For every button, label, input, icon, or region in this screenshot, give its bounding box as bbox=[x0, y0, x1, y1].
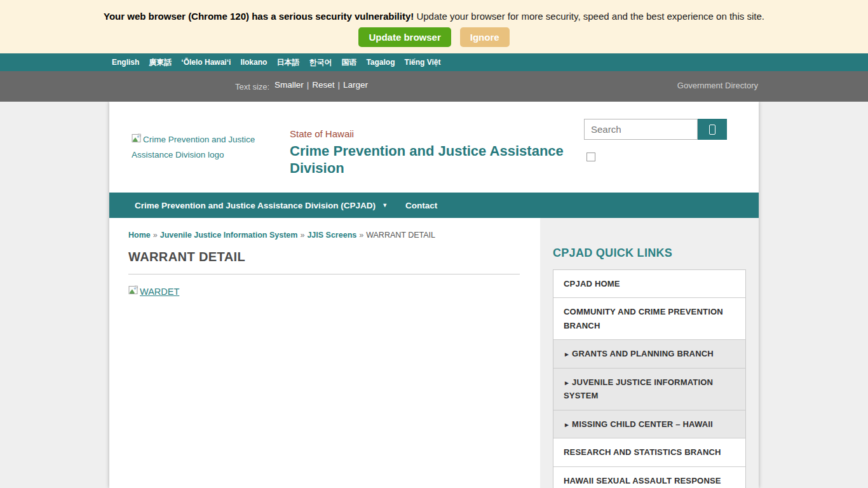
quick-link-label: MISSING CHILD CENTER – HAWAII bbox=[572, 419, 713, 429]
main-navigation: Crime Prevention and Justice Assistance … bbox=[109, 193, 759, 218]
quick-link-grants-planning[interactable]: ►GRANTS AND PLANNING BRANCH bbox=[553, 339, 745, 367]
language-link-hawaiian[interactable]: ʻŌlelo Hawaiʻi bbox=[181, 58, 231, 67]
language-link-japanese[interactable]: 日本語 bbox=[276, 57, 299, 68]
chevron-down-icon: ▼ bbox=[382, 202, 388, 208]
text-size-label: Text size: bbox=[235, 82, 269, 92]
quick-link-label: COMMUNITY AND CRIME PREVENTION BRANCH bbox=[564, 307, 723, 330]
submenu-arrow-icon: ► bbox=[564, 351, 570, 358]
nav-item-contact[interactable]: Contact bbox=[405, 201, 437, 210]
breadcrumb-separator: » bbox=[300, 231, 304, 240]
broken-image-icon bbox=[132, 133, 142, 148]
content-container: Crime Prevention and Justice Assistance … bbox=[109, 102, 759, 488]
sidebar: CPJAD QUICK LINKS CPJAD HOME COMMUNITY A… bbox=[540, 218, 759, 488]
breadcrumb-separator: » bbox=[153, 231, 158, 240]
breadcrumb-jjis-screens-link[interactable]: JJIS Screens bbox=[307, 231, 356, 240]
language-link-mandarin[interactable]: 国语 bbox=[341, 57, 356, 68]
language-link-vietnamese[interactable]: Tiếng Việt bbox=[405, 58, 441, 67]
wardet-broken-image-link[interactable]: WARDET bbox=[128, 285, 179, 297]
state-pretitle: State of Hawaii bbox=[290, 128, 573, 139]
language-link-english[interactable]: English bbox=[112, 58, 139, 67]
ignore-button[interactable]: Ignore bbox=[460, 27, 510, 47]
alert-message-rest: Update your browser for more security, s… bbox=[414, 11, 764, 22]
quick-link-label: CPJAD HOME bbox=[564, 279, 620, 288]
main-content: Home»Juvenile Justice Information System… bbox=[109, 218, 540, 488]
text-size-smaller-link[interactable]: Smaller bbox=[275, 80, 304, 90]
utility-bar: Text size: Smaller|Reset|Larger Governme… bbox=[0, 71, 868, 102]
page-background: Crime Prevention and Justice Assistance … bbox=[0, 102, 868, 488]
site-header: Crime Prevention and Justice Assistance … bbox=[109, 102, 759, 193]
quick-link-hsart-program[interactable]: HAWAII SEXUAL ASSAULT RESPONSE AND TRAIN… bbox=[553, 466, 745, 488]
language-link-tagalog[interactable]: Tagalog bbox=[366, 58, 395, 67]
quick-link-label: HAWAII SEXUAL ASSAULT RESPONSE AND TRAIN… bbox=[564, 476, 721, 488]
site-logo-broken-image-link[interactable]: Crime Prevention and Justice Assistance … bbox=[132, 133, 270, 162]
broken-image-icon bbox=[128, 285, 139, 297]
search-button[interactable] bbox=[698, 119, 727, 140]
submenu-arrow-icon: ► bbox=[564, 421, 570, 428]
quick-links-list: CPJAD HOME COMMUNITY AND CRIME PREVENTIO… bbox=[553, 269, 746, 488]
quick-link-label: JUVENILE JUSTICE INFORMATION SYSTEM bbox=[564, 377, 713, 400]
browser-alert-banner: Your web browser (Chrome 120) has a seri… bbox=[0, 0, 868, 53]
language-link-korean[interactable]: 한국어 bbox=[309, 57, 332, 68]
breadcrumb: Home»Juvenile Justice Information System… bbox=[128, 231, 520, 240]
title-divider bbox=[128, 274, 520, 274]
logo-alt-text: Crime Prevention and Justice Assistance … bbox=[132, 135, 255, 159]
search-bar bbox=[584, 119, 727, 140]
breadcrumb-home-link[interactable]: Home bbox=[128, 231, 151, 240]
breadcrumb-current: WARRANT DETAIL bbox=[366, 231, 435, 240]
text-size-larger-link[interactable]: Larger bbox=[343, 80, 368, 90]
site-title-link[interactable]: Crime Prevention and Justice Assistance … bbox=[290, 142, 573, 177]
breadcrumb-jjis-link[interactable]: Juvenile Justice Information System bbox=[160, 231, 298, 240]
text-size-separator: | bbox=[307, 80, 309, 90]
search-input[interactable] bbox=[584, 119, 698, 140]
text-size-controls: Smaller|Reset|Larger bbox=[275, 80, 368, 90]
alert-message-bold: Your web browser (Chrome 120) has a seri… bbox=[104, 11, 414, 22]
quick-link-research-statistics[interactable]: RESEARCH AND STATISTICS BRANCH bbox=[553, 438, 745, 466]
nav-item-cpjad[interactable]: Crime Prevention and Justice Assistance … bbox=[135, 201, 388, 210]
quick-link-cpjad-home[interactable]: CPJAD HOME bbox=[553, 270, 745, 297]
quick-link-label: GRANTS AND PLANNING BRANCH bbox=[572, 349, 714, 358]
quick-link-juvenile-justice[interactable]: ►JUVENILE JUSTICE INFORMATION SYSTEM bbox=[553, 368, 745, 410]
quick-link-missing-child-center[interactable]: ►MISSING CHILD CENTER – HAWAII bbox=[553, 410, 745, 438]
language-bar: English 廣東話 ʻŌlelo Hawaiʻi Ilokano 日本語 한… bbox=[0, 53, 868, 71]
language-link-ilokano[interactable]: Ilokano bbox=[240, 58, 267, 67]
quick-link-community-crime-prevention[interactable]: COMMUNITY AND CRIME PREVENTION BRANCH bbox=[553, 297, 745, 339]
text-size-reset-link[interactable]: Reset bbox=[312, 80, 334, 90]
government-directory-link[interactable]: Government Directory bbox=[677, 81, 758, 90]
alert-message: Your web browser (Chrome 120) has a seri… bbox=[0, 0, 868, 22]
header-checkbox[interactable] bbox=[587, 152, 595, 161]
breadcrumb-separator: » bbox=[359, 231, 363, 240]
nav-cpjad-label: Crime Prevention and Justice Assistance … bbox=[135, 201, 376, 210]
quick-link-label: RESEARCH AND STATISTICS BRANCH bbox=[564, 447, 721, 457]
page-title: WARRANT DETAIL bbox=[128, 250, 520, 264]
wardet-link-label: WARDET bbox=[140, 287, 179, 297]
language-link-cantonese[interactable]: 廣東話 bbox=[149, 57, 172, 68]
text-size-separator: | bbox=[338, 80, 341, 90]
search-missing-glyph-icon bbox=[709, 125, 715, 135]
submenu-arrow-icon: ► bbox=[564, 379, 570, 386]
update-browser-button[interactable]: Update browser bbox=[358, 27, 451, 47]
quick-links-title: CPJAD QUICK LINKS bbox=[553, 247, 746, 260]
